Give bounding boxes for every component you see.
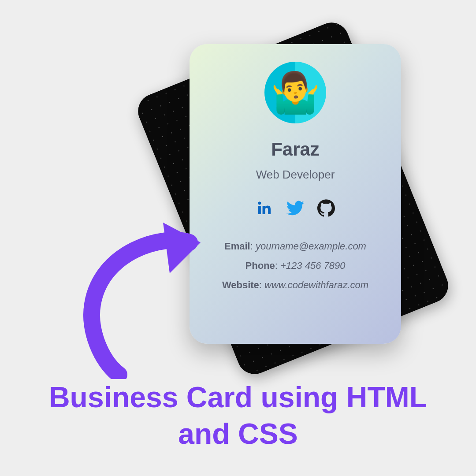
- phone-line: Phone: +123 456 7890: [245, 260, 346, 271]
- website-value: www.codewithfaraz.com: [264, 279, 368, 290]
- card-name: Faraz: [271, 139, 320, 160]
- phone-label: Phone: [245, 260, 275, 271]
- contact-info: Email: yourname@example.com Phone: +123 …: [222, 241, 368, 291]
- linkedin-icon[interactable]: [256, 199, 273, 219]
- card-stack: 🤷‍♂️ Faraz Web Developer Email: yourname…: [190, 44, 401, 353]
- email-value: yourname@example.com: [256, 241, 366, 252]
- social-links: [256, 199, 335, 219]
- business-card: 🤷‍♂️ Faraz Web Developer Email: yourname…: [190, 44, 401, 344]
- website-line: Website: www.codewithfaraz.com: [222, 279, 368, 291]
- github-icon[interactable]: [317, 199, 335, 219]
- website-label: Website: [222, 279, 259, 290]
- avatar: 🤷‍♂️: [264, 62, 326, 123]
- curved-arrow-icon: [53, 216, 203, 379]
- card-role: Web Developer: [256, 168, 335, 182]
- twitter-icon[interactable]: [286, 199, 304, 219]
- email-line: Email: yourname@example.com: [224, 241, 366, 252]
- email-label: Email: [224, 241, 250, 252]
- phone-value: +123 456 7890: [280, 260, 345, 271]
- avatar-emoji: 🤷‍♂️: [271, 70, 320, 116]
- headline: Business Card using HTML and CSS: [26, 379, 450, 452]
